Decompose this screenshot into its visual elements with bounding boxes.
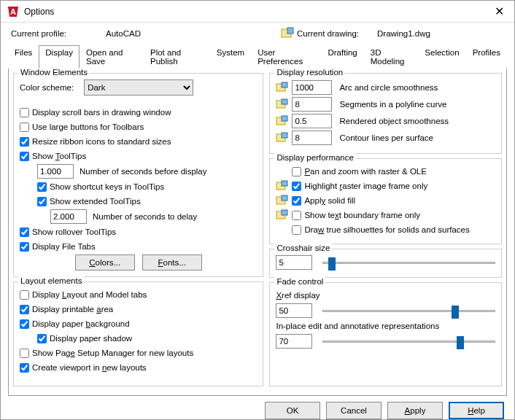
group-crosshair: Crosshair size	[269, 249, 502, 278]
tab-3d-modeling[interactable]: 3D Modeling	[364, 45, 419, 69]
tab-files[interactable]: Files	[8, 45, 39, 69]
cb-rollover[interactable]: Show rollover ToolTips	[20, 228, 116, 237]
lbl-polyline-segments: Segments in a polyline curve	[339, 100, 495, 109]
tab-plot-and-publish[interactable]: Plot and Publish	[144, 45, 210, 69]
lbl-seconds-delay: Number of seconds to delay	[93, 212, 197, 221]
cb-layout-model-tabs[interactable]: Display Layout and Model tabs	[20, 290, 147, 300]
cb-resize-ribbon[interactable]: Resize ribbon icons to standard sizes	[20, 137, 171, 147]
drawing-icon	[276, 98, 289, 110]
svg-rect-13	[282, 181, 287, 186]
input-xref-fade[interactable]	[276, 303, 312, 318]
dialog-buttons: OK Cancel Apply Help	[1, 400, 514, 419]
drawing-icon	[276, 180, 289, 192]
svg-rect-3	[287, 28, 293, 34]
group-window-elements: Window Elements Color scheme: Dark Displ…	[13, 73, 263, 277]
lbl-seconds-before: Number of seconds before display	[80, 167, 207, 176]
profile-row: Current profile: AutoCAD Current drawing…	[1, 23, 514, 42]
help-button[interactable]: Help	[449, 402, 504, 419]
color-scheme-label: Color scheme:	[20, 83, 74, 92]
input-contour-lines[interactable]	[292, 131, 332, 145]
current-profile-label: Current profile:	[11, 29, 106, 38]
input-seconds-delay[interactable]	[50, 209, 87, 224]
group-display-resolution: Display resolution Arc and circle smooth…	[269, 73, 502, 154]
tab-drafting[interactable]: Drafting	[321, 45, 363, 69]
window-title: Options	[24, 7, 490, 17]
lbl-arc-smoothness: Arc and circle smoothness	[339, 83, 495, 92]
slider-xref[interactable]	[322, 303, 495, 318]
group-fade-control: Fade control Xref display In-place edit …	[269, 282, 502, 386]
cb-solid-fill[interactable]: Apply solid fill	[292, 196, 355, 206]
close-icon[interactable]: ✕	[490, 4, 508, 18]
legend-fade: Fade control	[274, 277, 325, 286]
fonts-button[interactable]: Fonts...	[142, 254, 202, 271]
tab-selection[interactable]: Selection	[418, 45, 465, 69]
apply-button[interactable]: Apply	[387, 402, 443, 419]
group-layout-elements: Layout elements Display Layout and Model…	[13, 281, 263, 386]
legend-display-performance: Display performance	[274, 153, 355, 162]
cb-paper-background[interactable]: Display paper background	[20, 319, 130, 329]
slider-crosshair[interactable]	[322, 255, 495, 270]
svg-rect-7	[282, 99, 287, 104]
lbl-contour-lines: Contour lines per surface	[339, 133, 495, 142]
lbl-inplace: In-place edit and annotative representat…	[276, 322, 439, 330]
cb-paper-shadow[interactable]: Display paper shadow	[37, 334, 132, 343]
cb-silhouettes[interactable]: Draw true silhouettes for solids and sur…	[292, 225, 469, 235]
drawing-icon	[281, 27, 294, 40]
cb-file-tabs[interactable]: Display File Tabs	[20, 242, 96, 252]
input-inplace-fade[interactable]	[276, 334, 312, 349]
tab-open-and-save[interactable]: Open and Save	[80, 45, 144, 69]
tab-display[interactable]: Display	[39, 45, 80, 69]
legend-crosshair: Crosshair size	[274, 244, 332, 252]
colors-button[interactable]: Colors...	[75, 254, 135, 271]
input-crosshair-size[interactable]	[276, 255, 312, 270]
ok-button[interactable]: OK	[265, 402, 320, 419]
tabs: FilesDisplayOpen and SavePlot and Publis…	[1, 44, 514, 68]
drawing-icon	[276, 132, 289, 144]
lbl-xref-display: Xref display	[276, 291, 320, 300]
current-drawing-value: Drawing1.dwg	[377, 29, 430, 38]
svg-text:A: A	[10, 7, 16, 16]
cb-highlight-raster[interactable]: Highlight raster image frame only	[292, 182, 427, 191]
cb-shortcut-keys[interactable]: Show shortcut keys in ToolTips	[37, 182, 164, 192]
cb-scroll-bars[interactable]: Display scroll bars in drawing window	[20, 108, 171, 117]
cb-large-buttons[interactable]: Use large buttons for Toolbars	[20, 122, 144, 132]
cb-pan-zoom[interactable]: Pan and zoom with raster & OLE	[292, 167, 426, 176]
tab-user-preferences[interactable]: User Preferences	[251, 45, 321, 69]
slider-inplace[interactable]	[322, 334, 495, 349]
drawing-icon	[276, 115, 289, 127]
drawing-icon	[276, 82, 289, 93]
app-icon: A	[7, 5, 20, 18]
tab-profiles[interactable]: Profiles	[466, 45, 507, 69]
cb-create-viewport[interactable]: Create viewport in new layouts	[20, 363, 147, 373]
legend-display-resolution: Display resolution	[274, 68, 345, 77]
svg-rect-15	[282, 195, 287, 201]
svg-rect-17	[282, 210, 287, 215]
cb-show-tooltips[interactable]: Show ToolTips	[20, 152, 86, 161]
input-seconds-before[interactable]	[37, 164, 74, 179]
input-polyline-segments[interactable]	[292, 97, 332, 112]
cancel-button[interactable]: Cancel	[326, 402, 382, 419]
drawing-icon	[276, 195, 289, 206]
tab-panel: Window Elements Color scheme: Dark Displ…	[8, 68, 507, 396]
input-arc-smoothness[interactable]	[292, 80, 332, 95]
drawing-icon	[276, 209, 289, 221]
group-display-performance: Display performance Pan and zoom with ra…	[269, 158, 502, 244]
lbl-rendered-smoothness: Rendered object smoothness	[339, 117, 495, 125]
titlebar: A Options ✕	[1, 1, 514, 23]
current-profile-value: AutoCAD	[106, 29, 281, 38]
legend-layout-elements: Layout elements	[18, 276, 84, 285]
current-drawing-label: Current drawing:	[297, 29, 377, 38]
svg-rect-5	[282, 82, 287, 88]
cb-extended-tooltips[interactable]: Show extended ToolTips	[37, 197, 141, 206]
input-rendered-smoothness[interactable]	[292, 114, 332, 128]
svg-rect-9	[282, 116, 287, 121]
tab-system[interactable]: System	[210, 45, 251, 69]
cb-page-setup[interactable]: Show Page Setup Manager for new layouts	[20, 349, 193, 358]
cb-printable-area[interactable]: Display printable area	[20, 305, 113, 314]
legend-window-elements: Window Elements	[18, 68, 90, 77]
color-scheme-select[interactable]: Dark	[84, 79, 193, 96]
cb-text-boundary[interactable]: Show text boundary frame only	[292, 211, 420, 220]
svg-rect-11	[282, 133, 287, 138]
